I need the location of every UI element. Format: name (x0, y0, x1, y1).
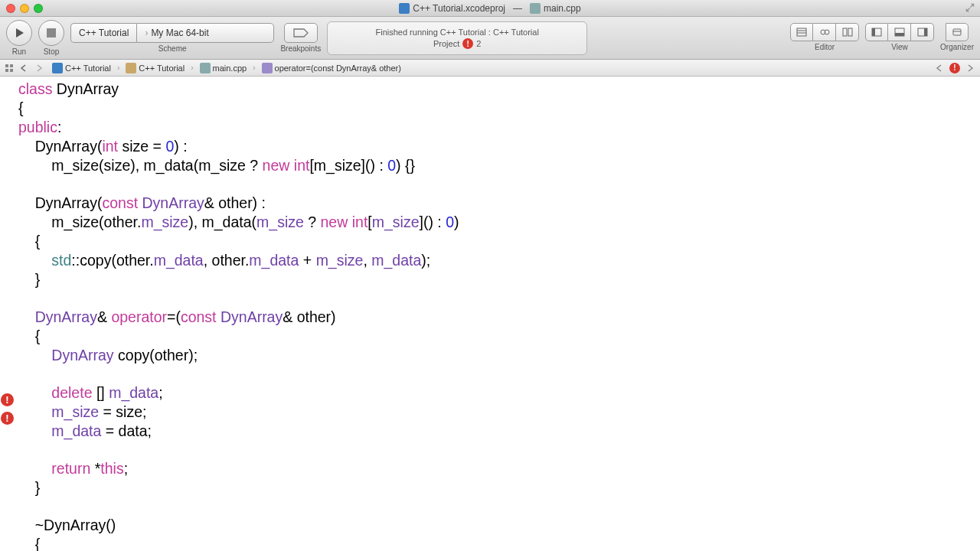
version-editor-button[interactable] (836, 23, 859, 41)
scheme-selector[interactable]: C++ Tutorial (70, 23, 136, 43)
crumb-project-text: C++ Tutorial (65, 64, 111, 73)
title-file-text: main.cpp (544, 3, 581, 14)
activity-viewer: Finished running C++ Tutorial : C++ Tuto… (327, 21, 587, 55)
title-file: main.cpp (530, 3, 581, 14)
title-project: C++ Tutorial.xcodeproj (399, 3, 505, 14)
scheme-dest: My Mac 64-bit (151, 28, 208, 38)
assistant-editor-icon (819, 28, 830, 37)
version-editor-icon (842, 28, 853, 37)
toggle-debug-button[interactable] (888, 23, 911, 41)
toolbar: Run Stop C++ Tutorial ›My Mac 64-bit Sch… (0, 17, 980, 60)
organizer-icon (952, 28, 962, 37)
related-items-button[interactable] (3, 62, 15, 74)
chevron-left-icon (20, 64, 28, 72)
title-project-text: C++ Tutorial.xcodeproj (413, 3, 505, 14)
crumb-file[interactable]: main.cpp (195, 60, 252, 76)
crumb-group-text: C++ Tutorial (139, 64, 185, 73)
editor-gutter[interactable]: ! ! (0, 77, 15, 551)
error-marker-icon[interactable]: ! (1, 393, 14, 406)
toggle-navigator-button[interactable] (865, 23, 888, 41)
right-panel-icon (917, 28, 928, 37)
jump-bar: C++ Tutorial › C++ Tutorial › main.cpp ›… (0, 60, 980, 77)
svg-rect-0 (47, 28, 56, 37)
bottom-panel-icon (894, 28, 905, 37)
organizer-label: Organizer (940, 43, 974, 51)
stop-label: Stop (44, 47, 60, 56)
code-area[interactable]: class DynArray { public: DynArray(int si… (15, 77, 980, 551)
view-label: View (891, 43, 908, 51)
standard-editor-icon (796, 28, 807, 37)
chevron-left-icon (936, 64, 943, 72)
chevron-right-icon (966, 64, 974, 72)
scheme-label: Scheme (158, 44, 187, 53)
svg-rect-19 (10, 69, 13, 72)
svg-rect-13 (924, 28, 927, 36)
assistant-editor-button[interactable] (813, 23, 836, 41)
run-button[interactable] (6, 20, 32, 46)
title-separator: — (513, 3, 522, 14)
next-issue-button[interactable] (963, 61, 977, 75)
svg-rect-1 (797, 28, 806, 36)
folder-icon (126, 63, 136, 73)
prev-issue-button[interactable] (933, 61, 946, 75)
breakpoints-label: Breakpoints (280, 44, 321, 53)
standard-editor-button[interactable] (790, 23, 813, 41)
breakpoint-icon (293, 28, 309, 37)
back-button[interactable] (17, 61, 31, 75)
crumb-project[interactable]: C++ Tutorial (47, 60, 116, 76)
svg-rect-16 (5, 64, 8, 67)
xcodeproj-icon (399, 3, 410, 14)
crumb-symbol[interactable]: operator=(const DynArray& other) (257, 60, 406, 76)
status-message: Finished running C++ Tutorial : C++ Tuto… (375, 28, 538, 37)
fullscreen-icon[interactable] (965, 2, 975, 13)
play-icon (14, 28, 24, 38)
forward-button[interactable] (32, 61, 46, 75)
toggle-utilities-button[interactable] (911, 23, 934, 41)
left-panel-icon (871, 28, 882, 37)
issue-indicator-icon[interactable]: ! (949, 63, 960, 73)
svg-rect-7 (848, 28, 852, 36)
editor-label: Editor (815, 43, 835, 51)
run-label: Run (12, 47, 26, 56)
status-project-label: Project (433, 39, 459, 48)
scheme-name: C++ Tutorial (79, 28, 129, 38)
chevron-right-icon (35, 64, 43, 72)
svg-rect-17 (10, 64, 13, 67)
svg-rect-18 (5, 69, 8, 72)
stop-icon (47, 28, 56, 37)
svg-rect-9 (872, 28, 875, 36)
svg-rect-11 (895, 33, 904, 36)
destination-selector[interactable]: ›My Mac 64-bit (136, 23, 274, 43)
organizer-button[interactable] (946, 23, 969, 41)
error-marker-icon[interactable]: ! (1, 412, 14, 425)
window-titlebar: C++ Tutorial.xcodeproj — main.cpp (0, 0, 980, 17)
svg-rect-6 (843, 28, 847, 36)
stop-button[interactable] (38, 20, 64, 46)
source-editor[interactable]: ! ! class DynArray { public: DynArray(in… (0, 77, 980, 551)
cpp-icon (200, 63, 211, 73)
svg-rect-14 (953, 29, 961, 35)
status-error-count: 2 (476, 39, 481, 48)
project-icon (52, 63, 63, 73)
crumb-symbol-text: operator=(const DynArray& other) (275, 64, 401, 73)
method-icon (262, 63, 273, 73)
crumb-file-text: main.cpp (213, 64, 247, 73)
error-count-icon[interactable]: ! (462, 38, 473, 49)
crumb-group[interactable]: C++ Tutorial (121, 60, 189, 76)
cpp-file-icon (530, 3, 541, 14)
breakpoints-button[interactable] (284, 23, 318, 43)
